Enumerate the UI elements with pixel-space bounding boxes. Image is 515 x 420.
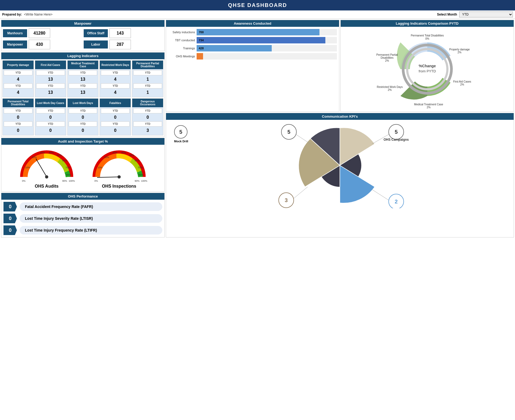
mock-drill-item: 5 Mock Drill <box>174 125 188 143</box>
svg-text:10%: 10% <box>98 166 102 169</box>
svg-text:3: 3 <box>285 197 288 203</box>
bar-label-trainings: Trainings <box>168 47 195 50</box>
bar-row-tbt: TBT conducted 734 <box>168 37 337 43</box>
office-staff-value: 143 <box>109 28 131 38</box>
lagging-ytd1-val: 4 <box>4 76 32 83</box>
mock-drill-value: 5 <box>174 125 187 139</box>
comm-header: Communication KPI's <box>166 113 514 120</box>
lagging-card: Permanent Partial Disabilities YTD 1 YTD… <box>132 60 163 97</box>
svg-text:100%: 100% <box>69 180 75 182</box>
lagging-section: Lagging Indicators Property damage YTD 4… <box>1 52 165 137</box>
comm-kpi-chart: 5 5 3 2 Mock Drill OHS Campaigns Safety … <box>259 122 420 208</box>
ohs-perf-row: 0 Fatal Accident Frequency Rate (FAFR) <box>3 202 162 211</box>
lagging-ytd2-val: 0 <box>69 127 97 134</box>
svg-text:%Change: %Change <box>419 64 436 68</box>
lagging-ytd1-val: 0 <box>101 114 130 121</box>
lagging-card-header: Property damage <box>3 61 34 69</box>
svg-line-13 <box>97 177 119 177</box>
svg-text:20%: 20% <box>32 156 37 159</box>
svg-point-1 <box>45 175 48 179</box>
bar-track-safety: 700 <box>197 29 337 35</box>
manpower-row-office: Office Staff 143 <box>84 28 163 38</box>
ohs-audits-svg: 0% 10% 20% 30% 40% 50% 60% 70% 80% 90% 1… <box>17 147 76 182</box>
right-column: Awareness Conducted Safety inductions 70… <box>166 20 514 237</box>
svg-point-14 <box>117 175 121 179</box>
svg-text:90%: 90% <box>62 180 67 182</box>
bar-label-tbt: TBT conducted <box>168 39 195 42</box>
lagging-ytd2-label: YTD <box>133 121 162 127</box>
manpower-row-manpower: Manpower 430 <box>3 40 82 49</box>
lagging-card: Fatalities YTD 0 YTD 0 <box>100 98 131 135</box>
ohs-perf-value: 0 <box>3 225 17 235</box>
lagging-card-header: Medical Treatment Case <box>68 61 98 69</box>
lagging-card-header: Fatalities <box>100 99 131 107</box>
labor-value: 287 <box>109 40 131 49</box>
lagging-card-body: YTD 0 YTD 0 <box>68 107 98 135</box>
ohs-perf-rows: 0 Fatal Accident Frequency Rate (FAFR) 0… <box>1 200 164 237</box>
svg-text:0%: 0% <box>94 180 98 182</box>
lagging-ytd1-label: YTD <box>101 70 130 75</box>
svg-text:40%: 40% <box>121 151 126 154</box>
svg-text:10%: 10% <box>25 166 30 169</box>
lagging-ytd2-val: 13 <box>69 89 97 96</box>
svg-text:Disabilities: Disabilities <box>381 56 393 59</box>
lagging-ytd2-val: 0 <box>4 127 32 134</box>
ohs-inspections-gauge: 0% 10% 20% 30% 40% 50% 60% 70% 80% 90% 1… <box>84 147 154 189</box>
awareness-body: Safety inductions 700 TBT conducted 734 <box>166 27 339 63</box>
svg-text:2%: 2% <box>388 88 392 91</box>
lagging-ytd2-label: YTD <box>4 121 32 127</box>
ohs-inspections-label: OHS Inspections <box>102 184 136 189</box>
lagging-ytd1-val: 1 <box>133 76 162 83</box>
bar-row-trainings: Trainings 428 <box>168 45 337 51</box>
bar-row-safety: Safety inductions 700 <box>168 29 337 35</box>
lagging-card-body: YTD 4 YTD 4 <box>100 69 131 97</box>
lagging-ytd1-label: YTD <box>133 108 162 113</box>
ohs-perf-section: OHS Performance 0 Fatal Accident Frequen… <box>1 193 165 237</box>
svg-text:Restricted Work Days: Restricted Work Days <box>377 86 403 88</box>
lagging-ytd1-label: YTD <box>36 70 65 75</box>
svg-text:20%: 20% <box>104 156 109 159</box>
lagging-card-body: YTD 13 YTD 13 <box>35 69 66 97</box>
lagging-ytd2-label: YTD <box>4 83 32 88</box>
svg-line-0 <box>36 159 47 177</box>
svg-text:Medical Treatment Case: Medical Treatment Case <box>414 103 443 106</box>
ohs-perf-desc: Fatal Accident Frequency Rate (FAFR) <box>20 202 162 211</box>
main-content: Manpower Manhours 41280 Office Staff 143… <box>0 19 515 239</box>
lagging-card: Property damage YTD 4 YTD 4 <box>2 60 34 97</box>
lagging-card-header: Permanent Total Disabilities <box>3 99 34 107</box>
dashboard-title: QHSE DASHBOARD <box>0 0 515 10</box>
ohs-audits-gauge: 0% 10% 20% 30% 40% 50% 60% 70% 80% 90% 1… <box>12 147 82 189</box>
lagging-ytd2-label: YTD <box>69 83 97 88</box>
svg-text:60%: 60% <box>62 159 67 162</box>
manhours-label: Manhours <box>3 29 27 37</box>
svg-text:70%: 70% <box>65 166 70 169</box>
comm-section: Communication KPI's <box>166 113 514 237</box>
manpower-value: 430 <box>29 40 50 49</box>
lagging-header: Lagging Indicators <box>1 53 164 59</box>
month-select[interactable]: YTDJanuaryFebruaryMarchAprilMayJuneJulyA… <box>459 12 513 17</box>
svg-text:40%: 40% <box>49 151 54 154</box>
manpower-row-manhours: Manhours 41280 <box>3 28 82 38</box>
lagging-ytd2-val: 1 <box>133 89 162 96</box>
office-staff-label: Office Staff <box>84 29 108 37</box>
lagging-ytd2-label: YTD <box>133 83 162 88</box>
bar-row-ohs: OHS Meetings 36 <box>168 53 337 60</box>
manpower-grid: Manhours 41280 Office Staff 143 Manpower… <box>1 27 164 51</box>
lagging-ytd1-val: 13 <box>69 76 97 83</box>
lagging-card: Lost Work Days YTD 0 YTD 0 <box>67 98 99 135</box>
bar-val-safety: 700 <box>199 31 204 34</box>
lagging-ytd1-val: 0 <box>133 114 162 121</box>
lagging-ytd1-label: YTD <box>4 70 32 75</box>
lagging-ytd1-val: 0 <box>69 114 97 121</box>
svg-text:0%: 0% <box>425 37 429 40</box>
svg-text:2%: 2% <box>460 83 464 86</box>
ohs-perf-row: 0 Lost Time Injury Frequency Rate (LTIFR… <box>3 225 162 235</box>
lagging-card-header: First Aid Cases <box>35 61 66 69</box>
awareness-section: Awareness Conducted Safety inductions 70… <box>166 20 339 112</box>
svg-text:0%: 0% <box>22 180 25 182</box>
lagging-comp-header: Lagging Indicators Comparison PYTD <box>341 20 514 27</box>
lagging-card-body: YTD 13 YTD 13 <box>68 69 98 97</box>
select-month-label: Select Month <box>437 13 457 16</box>
lagging-card-body: YTD 0 YTD 3 <box>132 107 163 135</box>
lagging-ytd2-val: 0 <box>101 127 130 134</box>
